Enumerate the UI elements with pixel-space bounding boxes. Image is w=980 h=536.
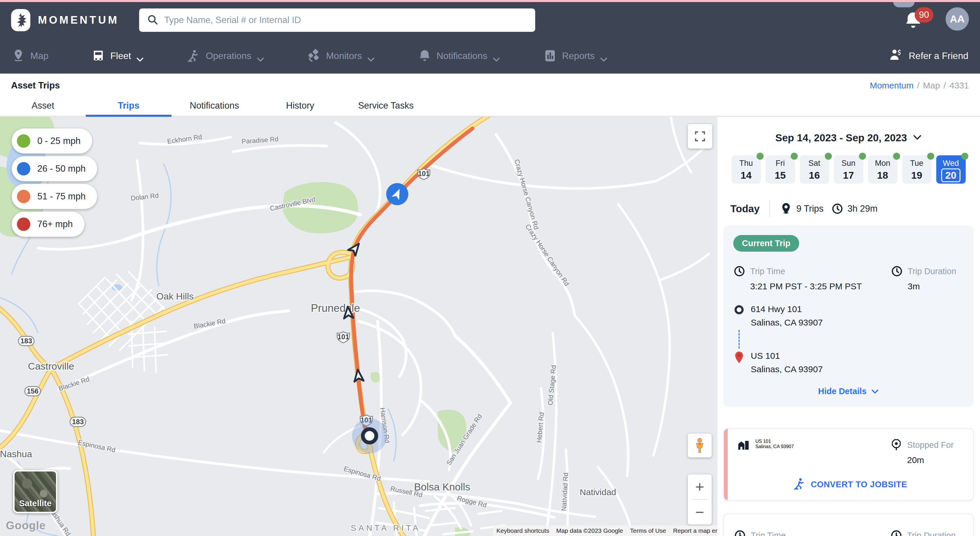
svg-text:Castroville: Castroville (28, 361, 75, 372)
activity-dot (825, 153, 832, 160)
nav-item-operations[interactable]: Operations (187, 49, 264, 62)
day-chip-fri[interactable]: Fri15 (766, 155, 795, 183)
tab-asset[interactable]: Asset (0, 97, 86, 116)
map-data-label: Map data ©2023 Google (553, 525, 627, 536)
tabs-bar: Asset Trips Notifications History Servic… (0, 97, 980, 117)
legend-item: 51 - 75 mph (12, 184, 97, 209)
trip-duration-value: 3m (908, 281, 964, 291)
tab-service-tasks[interactable]: Service Tasks (343, 97, 429, 116)
trip-time-block: Trip Time 3:21 PM PST - 3:25 PM PST (733, 265, 891, 291)
primary-nav: Map Fleet Operations Monitors Notificati… (0, 38, 980, 73)
breadcrumb-section: Map (923, 81, 940, 91)
search-input[interactable] (164, 15, 528, 26)
hide-details-button[interactable]: Hide Details (733, 386, 964, 396)
legend-dot-blue (17, 162, 30, 175)
svg-text:Crazy Horse Canyon Rd: Crazy Horse Canyon Rd (524, 223, 571, 287)
refer-label: Refer a Friend (908, 51, 968, 61)
vehicle-position-marker[interactable] (386, 183, 408, 205)
route-shield: 156 (27, 387, 38, 395)
day-chip-thu[interactable]: Thu14 (732, 155, 761, 183)
nav-label: Monitors (326, 51, 362, 61)
svg-text:Bolsa Knolls: Bolsa Knolls (414, 481, 471, 493)
clock-icon (891, 265, 903, 278)
day-chip-tue[interactable]: Tue19 (902, 155, 932, 183)
zoom-out-button[interactable] (688, 500, 712, 525)
trip-count-value: 9 Trips (796, 204, 823, 214)
keyboard-shortcuts-button[interactable]: Keyboard shortcuts (493, 525, 553, 536)
jobsite-building-icon (737, 439, 749, 465)
bell-icon (418, 49, 431, 62)
notifications-bell-button[interactable]: 90 (904, 11, 924, 31)
refer-a-friend-button[interactable]: Refer a Friend (889, 48, 968, 64)
stopped-for-value: 20m (907, 455, 963, 465)
legend-item: 26 - 50 mph (12, 156, 97, 181)
clock-icon (890, 529, 902, 536)
day-chip-mon[interactable]: Mon18 (868, 155, 897, 183)
route-shield: 183 (21, 337, 32, 345)
report-map-error-link[interactable]: Report a map error (670, 525, 718, 536)
satellite-toggle[interactable]: Satellite (13, 470, 57, 513)
trip-origin: 614 Hwy 101 Salinas, CA 93907 (733, 304, 964, 327)
chevron-down-icon (600, 53, 608, 58)
refer-friend-icon (889, 48, 903, 64)
svg-text:Prunedale: Prunedale (311, 302, 360, 314)
svg-text:Oak Hills: Oak Hills (156, 291, 194, 302)
trip-duration-block: Trip Duration 7m (890, 529, 963, 536)
brand[interactable]: MOMENTUM (11, 9, 119, 31)
map-graphics: 101 101 101 183 156 183 Eckhorn Rd Parad… (0, 117, 718, 536)
tab-notifications[interactable]: Notifications (172, 97, 257, 116)
nav-item-fleet[interactable]: Fleet (92, 49, 144, 62)
breadcrumb-home-link[interactable]: Momentum (870, 81, 913, 91)
nav-label: Operations (205, 51, 251, 61)
pegman-button[interactable] (688, 434, 712, 458)
date-range-label: Sep 14, 2023 - Sep 20, 2023 (775, 132, 907, 144)
clock-icon (734, 529, 746, 536)
nav-label: Map (30, 51, 48, 61)
chevron-down-icon (136, 53, 144, 58)
route-shield: 101 (337, 333, 349, 341)
day-chip-sun[interactable]: Sun17 (834, 155, 863, 183)
map-canvas[interactable]: 101 101 101 183 156 183 Eckhorn Rd Parad… (0, 117, 718, 536)
truck-icon (92, 49, 105, 62)
nav-item-notifications[interactable]: Notifications (418, 49, 500, 62)
activity-dot (893, 153, 900, 160)
date-range-selector[interactable]: Sep 14, 2023 - Sep 20, 2023 (723, 132, 974, 144)
trip-time-value: 3:21 PM PST - 3:25 PM PST (750, 281, 891, 291)
map-pin-icon (12, 49, 25, 62)
breadcrumb-bar: Asset Trips Momentum / Map / 4331 (0, 73, 980, 97)
activity-dot (927, 153, 934, 160)
day-chip-wed-selected[interactable]: Wed20 (936, 155, 966, 183)
route-connector-dashed (738, 330, 964, 349)
previous-trip-card: Trip Time 2:54 PM PST - 3:01 PM PST Trip… (723, 514, 974, 536)
trip-end-marker[interactable] (352, 418, 387, 453)
nav-item-map[interactable]: Map (12, 49, 48, 62)
tab-history[interactable]: History (257, 97, 343, 116)
fullscreen-button[interactable] (688, 124, 712, 148)
nav-item-monitors[interactable]: Monitors (307, 49, 375, 62)
clock-icon (733, 265, 746, 278)
global-search[interactable] (139, 8, 535, 32)
nav-label: Fleet (110, 51, 131, 61)
convert-to-jobsite-button[interactable]: CONVERT TO JOBSITE (737, 477, 963, 491)
breadcrumb-separator: / (917, 81, 920, 91)
legend-item: 0 - 25 mph (12, 128, 92, 153)
clock-icon (831, 203, 843, 215)
today-label: Today (730, 203, 759, 215)
svg-text:Paradise Rd: Paradise Rd (241, 135, 278, 145)
chevron-down-icon (367, 53, 375, 58)
terms-of-use-link[interactable]: Terms of Use (627, 525, 670, 536)
svg-text:SANTA RITA: SANTA RITA (351, 523, 420, 533)
nav-item-reports[interactable]: Reports (543, 49, 608, 62)
summary-divider (769, 201, 770, 217)
activity-dot (791, 153, 798, 160)
duration-value: 3h 29m (848, 204, 878, 214)
zoom-control (688, 474, 712, 525)
satellite-label: Satellite (19, 499, 51, 508)
day-chip-sat[interactable]: Sat16 (800, 155, 829, 183)
tab-trips[interactable]: Trips (86, 97, 172, 116)
stopped-for-block: Stopped For 20m (890, 439, 963, 465)
castroville-grid (79, 271, 168, 372)
zoom-in-button[interactable] (688, 474, 712, 499)
user-avatar[interactable]: AA (946, 7, 969, 31)
activity-dot (961, 153, 968, 160)
